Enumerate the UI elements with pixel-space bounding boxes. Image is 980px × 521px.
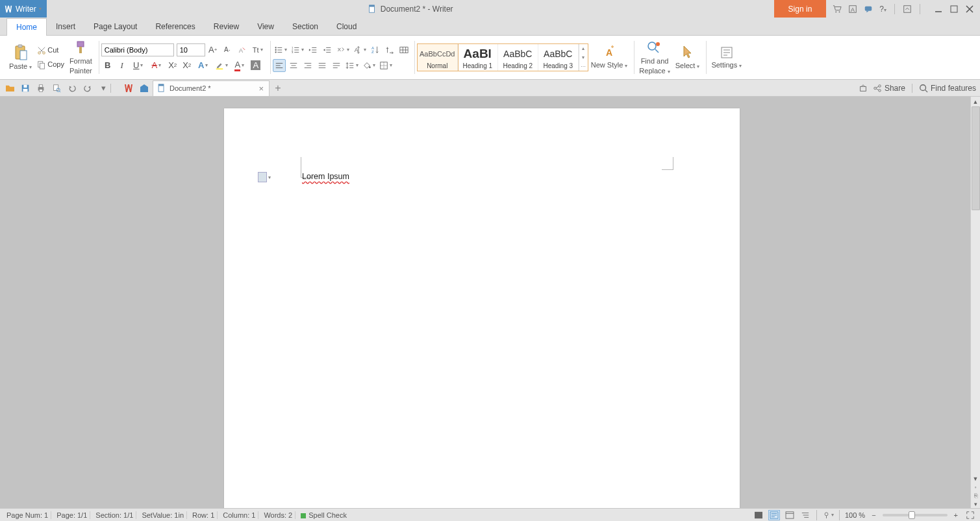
eye-protect-button[interactable]: ▾ bbox=[822, 510, 834, 520]
help-icon[interactable]: ?▾ bbox=[879, 5, 886, 14]
page[interactable]: ▾ Lorem Ipsum bbox=[224, 108, 740, 508]
tab-home[interactable]: Home bbox=[6, 18, 47, 36]
qa-undo-icon[interactable] bbox=[66, 82, 78, 94]
zoom-knob[interactable] bbox=[909, 511, 915, 519]
style-heading-1[interactable]: AaBlHeading 1 bbox=[458, 44, 498, 71]
qa-redo-icon[interactable] bbox=[82, 82, 94, 94]
tab-cloud[interactable]: Cloud bbox=[327, 18, 366, 35]
share-button[interactable]: Share bbox=[873, 84, 905, 93]
status-section[interactable]: Section: 1/1 bbox=[93, 511, 136, 519]
document-area[interactable]: ▾ Lorem Ipsum bbox=[0, 97, 970, 508]
shading-button[interactable] bbox=[361, 59, 377, 72]
text-effects-button[interactable]: A bbox=[195, 59, 212, 72]
qa-print-icon[interactable] bbox=[35, 82, 47, 94]
qa-save-icon[interactable] bbox=[19, 82, 31, 94]
view-print-layout-button[interactable] bbox=[768, 510, 780, 520]
browse-object-icon[interactable]: ⎘ bbox=[971, 491, 980, 500]
tab-view[interactable]: View bbox=[248, 18, 283, 35]
underline-button[interactable]: U bbox=[130, 59, 147, 72]
zoom-in-button[interactable]: + bbox=[951, 511, 961, 519]
scroll-thumb[interactable] bbox=[972, 106, 980, 210]
sign-in-button[interactable]: Sign in bbox=[774, 0, 827, 18]
cart-icon[interactable] bbox=[833, 5, 842, 14]
style-heading-2[interactable]: AaBbCHeading 2 bbox=[498, 44, 538, 71]
doc-tab-close-icon[interactable]: × bbox=[258, 84, 264, 93]
tab-insert[interactable]: Insert bbox=[47, 18, 84, 35]
strikethrough-button[interactable]: A bbox=[148, 59, 165, 72]
decrease-indent-button[interactable] bbox=[307, 43, 320, 56]
style-normal[interactable]: AaBbCcDdNormal bbox=[418, 44, 458, 71]
font-size-input[interactable] bbox=[177, 43, 205, 56]
status-page-num[interactable]: Page Num: 1 bbox=[4, 511, 51, 519]
align-distribute-button[interactable] bbox=[330, 59, 343, 72]
app-badge[interactable]: Writer ▾ bbox=[0, 0, 47, 18]
find-features-button[interactable]: Find features bbox=[919, 84, 976, 93]
document-body-text[interactable]: Lorem Ipsum bbox=[302, 172, 349, 181]
status-page[interactable]: Page: 1/1 bbox=[54, 511, 90, 519]
status-column[interactable]: Column: 1 bbox=[220, 511, 258, 519]
numbering-button[interactable]: 123 bbox=[290, 43, 305, 56]
italic-button[interactable]: I bbox=[116, 59, 129, 72]
align-right-button[interactable] bbox=[301, 59, 314, 72]
highlight-button[interactable] bbox=[213, 59, 230, 72]
apps-tab-icon[interactable] bbox=[137, 81, 151, 95]
font-name-input[interactable] bbox=[101, 43, 174, 56]
change-case-button[interactable]: Tt bbox=[249, 43, 266, 56]
qa-print-preview-icon[interactable] bbox=[51, 82, 62, 94]
tab-page-layout[interactable]: Page Layout bbox=[84, 18, 146, 35]
tab-section[interactable]: Section bbox=[283, 18, 327, 35]
scroll-up-icon[interactable]: ▲ bbox=[971, 97, 980, 106]
line-spacing-para-button[interactable]: A bbox=[352, 43, 368, 56]
paragraph-options-handle[interactable]: ▾ bbox=[258, 172, 271, 182]
close-icon[interactable] bbox=[966, 5, 974, 13]
copy-button[interactable]: Copy bbox=[34, 59, 67, 71]
notification-icon[interactable] bbox=[859, 84, 868, 93]
scroll-down-icon[interactable]: ▼ bbox=[971, 474, 980, 483]
prev-page-icon[interactable]: ◦ bbox=[971, 483, 980, 491]
view-outline-button[interactable] bbox=[799, 510, 811, 520]
new-style-button[interactable]: A New Style ▾ bbox=[588, 44, 631, 71]
character-shading-button[interactable]: A bbox=[249, 59, 262, 72]
cut-button[interactable]: Cut bbox=[34, 45, 67, 56]
minimize-icon[interactable] bbox=[935, 5, 942, 13]
bullets-button[interactable] bbox=[273, 43, 288, 56]
fit-page-button[interactable] bbox=[964, 510, 976, 520]
status-spell-check[interactable]: Spell Check bbox=[298, 511, 349, 519]
template-icon[interactable]: A bbox=[848, 5, 857, 14]
new-tab-button[interactable]: + bbox=[271, 81, 285, 95]
borders-button[interactable] bbox=[378, 59, 394, 72]
style-gallery-scroll[interactable]: ▴▾⋯ bbox=[579, 44, 588, 71]
view-fullscreen-button[interactable] bbox=[753, 510, 764, 520]
sort-button[interactable]: AZ bbox=[369, 43, 382, 56]
zoom-slider[interactable] bbox=[883, 514, 948, 516]
maximize-icon[interactable] bbox=[950, 5, 958, 13]
paste-button[interactable]: Paste ▾ bbox=[6, 43, 34, 72]
status-setvalue[interactable]: SetValue: 1in bbox=[139, 511, 187, 519]
qa-open-icon[interactable] bbox=[4, 82, 16, 94]
status-row[interactable]: Row: 1 bbox=[190, 511, 218, 519]
settings-button[interactable]: Settings ▾ bbox=[709, 44, 744, 71]
grow-font-button[interactable]: A+ bbox=[207, 43, 220, 56]
insert-table-button[interactable] bbox=[397, 43, 410, 56]
select-button[interactable]: Select ▾ bbox=[673, 43, 703, 71]
vertical-scrollbar[interactable]: ▲ ▼ ◦ ⎘ ▾ bbox=[970, 97, 980, 508]
tab-references[interactable]: References bbox=[146, 18, 204, 35]
document-tab[interactable]: Document2 * × bbox=[153, 80, 270, 96]
line-spacing-button[interactable] bbox=[344, 59, 360, 72]
font-color-button[interactable]: A bbox=[231, 59, 248, 72]
wps-home-tab-icon[interactable] bbox=[121, 81, 136, 95]
bold-button[interactable]: B bbox=[101, 59, 114, 72]
feedback-icon[interactable] bbox=[864, 5, 873, 14]
view-web-layout-button[interactable] bbox=[784, 510, 796, 520]
align-justify-button[interactable] bbox=[316, 59, 329, 72]
qa-more-icon[interactable]: ▾ bbox=[97, 82, 109, 94]
text-direction-button[interactable]: X bbox=[335, 43, 351, 56]
superscript-button[interactable]: X2 bbox=[166, 59, 179, 72]
show-marks-button[interactable] bbox=[383, 43, 396, 56]
align-center-button[interactable] bbox=[287, 59, 300, 72]
zoom-out-button[interactable]: − bbox=[869, 511, 878, 519]
find-replace-button[interactable]: Find and Replace ▾ bbox=[636, 39, 672, 76]
align-left-button[interactable] bbox=[273, 59, 286, 72]
format-painter-button[interactable]: Format Painter bbox=[67, 39, 95, 76]
status-zoom-text[interactable]: 100 % bbox=[845, 511, 865, 519]
